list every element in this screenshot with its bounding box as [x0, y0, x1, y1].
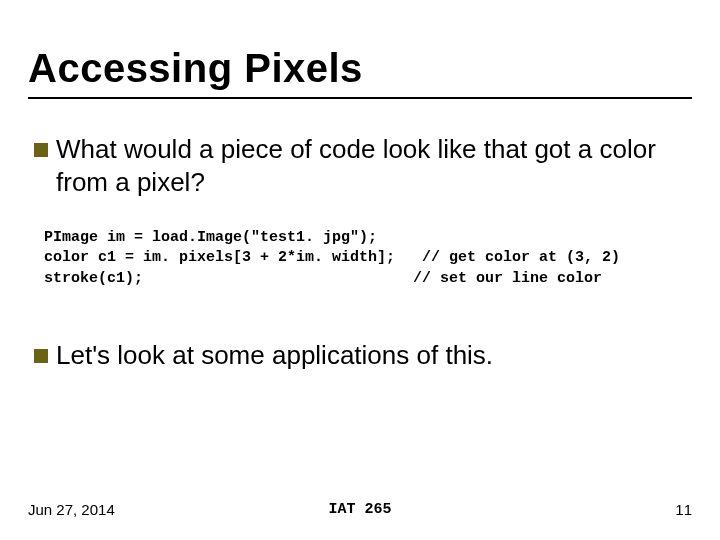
bullet-item: Let's look at some applications of this. [34, 339, 686, 372]
slide: Accessing Pixels What would a piece of c… [0, 0, 720, 540]
slide-title: Accessing Pixels [28, 46, 692, 91]
slide-body: What would a piece of code look like tha… [28, 99, 692, 371]
bullet-text: What would a piece of code look like tha… [56, 133, 686, 198]
code-snippet: PImage im = load.Image("test1. jpg"); co… [44, 228, 686, 289]
bullet-item: What would a piece of code look like tha… [34, 133, 686, 198]
square-bullet-icon [34, 349, 48, 363]
slide-footer: Jun 27, 2014 IAT 265 11 [28, 501, 692, 518]
footer-page-number: 11 [675, 501, 692, 518]
bullet-text: Let's look at some applications of this. [56, 339, 686, 372]
footer-course: IAT 265 [328, 501, 391, 518]
footer-date: Jun 27, 2014 [28, 501, 115, 518]
square-bullet-icon [34, 143, 48, 157]
